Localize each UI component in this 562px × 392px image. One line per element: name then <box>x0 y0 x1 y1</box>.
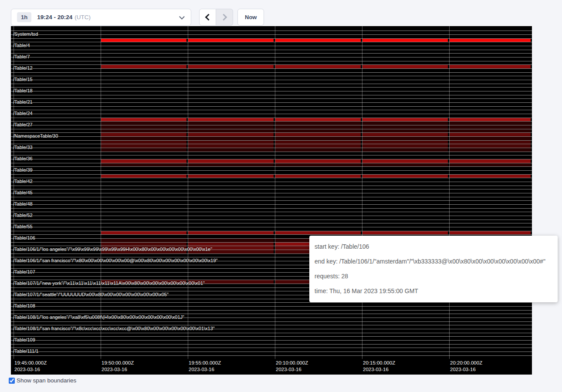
heatmap-band[interactable] <box>101 141 186 144</box>
heatmap-band[interactable] <box>450 175 531 178</box>
heatmap-band[interactable] <box>275 159 361 163</box>
heatmap-band[interactable] <box>362 65 448 68</box>
heatmap-band[interactable] <box>450 144 531 148</box>
heatmap-band[interactable] <box>362 148 448 152</box>
heatmap-band[interactable] <box>188 118 274 121</box>
heatmap-band[interactable] <box>101 148 186 152</box>
heatmap-band[interactable] <box>450 122 531 125</box>
heatmap-subrow: /Table/55 <box>11 223 532 227</box>
heatmap-subrow <box>11 227 532 231</box>
heatmap-band[interactable] <box>101 133 186 136</box>
heatmap-band[interactable] <box>450 159 531 163</box>
heatmap-band[interactable] <box>275 175 361 178</box>
heatmap-band[interactable] <box>275 39 361 42</box>
heatmap-band[interactable] <box>188 129 274 132</box>
heatmap-band[interactable] <box>188 231 274 234</box>
heatmap-band[interactable] <box>450 148 531 152</box>
x-axis-tick-label: 19:55:00.000Z2023-03-16 <box>189 360 221 373</box>
x-axis-tick-label: 20:10:00.000Z2023-03-16 <box>276 360 308 373</box>
heatmap-band[interactable] <box>362 39 448 42</box>
heatmap-band[interactable] <box>275 129 361 132</box>
heatmap-band[interactable] <box>188 239 274 242</box>
heatmap-band[interactable] <box>275 133 361 136</box>
heatmap-band[interactable] <box>275 118 361 121</box>
heatmap-band[interactable] <box>275 148 361 152</box>
heatmap-band[interactable] <box>362 125 448 129</box>
heatmap-band[interactable] <box>188 175 274 178</box>
heatmap-band[interactable] <box>362 144 448 148</box>
heatmap-subrow: /Table/4 <box>11 42 532 46</box>
heatmap-band[interactable] <box>101 129 186 132</box>
next-time-button[interactable] <box>216 9 233 26</box>
heatmap-subrow: /Table/42 <box>11 178 532 182</box>
heatmap-band[interactable] <box>450 125 531 129</box>
heatmap-band[interactable] <box>362 175 448 178</box>
heatmap-band[interactable] <box>275 144 361 148</box>
heatmap-band[interactable] <box>188 148 274 152</box>
heatmap-subrow: /Table/33 <box>11 144 532 148</box>
heatmap-band[interactable] <box>188 39 274 42</box>
heatmap-band[interactable] <box>101 39 186 42</box>
heatmap-band[interactable] <box>450 231 531 234</box>
heatmap-band[interactable] <box>101 175 186 178</box>
heatmap-band[interactable] <box>275 141 361 144</box>
show-span-boundaries-label[interactable]: Show span boundaries <box>17 377 76 384</box>
show-span-boundaries-checkbox[interactable] <box>9 378 15 384</box>
now-button[interactable]: Now <box>237 9 264 26</box>
key-visualizer-canvas[interactable]: /System/tsd/Table/4/Table/7/Table/12/Tab… <box>11 26 532 375</box>
heatmap-band[interactable] <box>450 137 531 140</box>
heatmap-band[interactable] <box>275 125 361 129</box>
heatmap-band[interactable] <box>101 125 186 129</box>
time-range-selector[interactable]: 1h 19:24 - 20:24 (UTC) <box>11 9 191 26</box>
heatmap-band[interactable] <box>101 243 186 246</box>
heatmap-band[interactable] <box>188 141 274 144</box>
heatmap-band[interactable] <box>362 141 448 144</box>
heatmap-band[interactable] <box>450 141 531 144</box>
heatmap-subrow <box>11 148 532 152</box>
heatmap-band[interactable] <box>275 163 361 166</box>
heatmap-band[interactable] <box>450 39 531 42</box>
heatmap-band[interactable] <box>450 65 531 68</box>
heatmap-band[interactable] <box>101 122 186 125</box>
heatmap-band[interactable] <box>362 118 448 121</box>
heatmap-subrow: /Table/18 <box>11 87 532 91</box>
time-range-label: 19:24 - 20:24 <box>37 14 72 20</box>
heatmap-band[interactable] <box>188 122 274 125</box>
heatmap-band[interactable] <box>362 163 448 166</box>
heatmap-subrow <box>11 91 532 95</box>
heatmap-band[interactable] <box>188 243 274 246</box>
heatmap-band[interactable] <box>188 144 274 148</box>
heatmap-band[interactable] <box>362 129 448 132</box>
heatmap-band[interactable] <box>275 122 361 125</box>
heatmap-band[interactable] <box>450 129 531 132</box>
heatmap-band[interactable] <box>101 65 186 68</box>
heatmap-band[interactable] <box>450 163 531 166</box>
heatmap-band[interactable] <box>450 133 531 136</box>
heatmap-subrow: /Table/109 <box>11 336 532 340</box>
heatmap-band[interactable] <box>275 65 361 68</box>
heatmap-subrow: /Table/108 <box>11 302 532 306</box>
heatmap-band[interactable] <box>362 159 448 163</box>
heatmap-band[interactable] <box>275 137 361 140</box>
heatmap-band[interactable] <box>362 122 448 125</box>
heatmap-band[interactable] <box>101 159 186 163</box>
heatmap-band[interactable] <box>101 144 186 148</box>
heatmap-band[interactable] <box>101 118 186 121</box>
heatmap-grid[interactable]: /System/tsd/Table/4/Table/7/Table/12/Tab… <box>11 26 532 359</box>
heatmap-band[interactable] <box>188 133 274 136</box>
heatmap-band[interactable] <box>188 137 274 140</box>
heatmap-band[interactable] <box>362 231 448 234</box>
heatmap-band[interactable] <box>101 239 186 242</box>
heatmap-band[interactable] <box>188 65 274 68</box>
heatmap-band[interactable] <box>188 163 274 166</box>
heatmap-band[interactable] <box>362 137 448 140</box>
heatmap-band[interactable] <box>450 118 531 121</box>
heatmap-band[interactable] <box>362 133 448 136</box>
heatmap-band[interactable] <box>101 163 186 166</box>
heatmap-band[interactable] <box>101 137 186 140</box>
heatmap-band[interactable] <box>188 159 274 163</box>
heatmap-band[interactable] <box>275 231 361 234</box>
prev-time-button[interactable] <box>199 9 216 26</box>
heatmap-band[interactable] <box>188 125 274 129</box>
heatmap-band[interactable] <box>101 231 186 234</box>
